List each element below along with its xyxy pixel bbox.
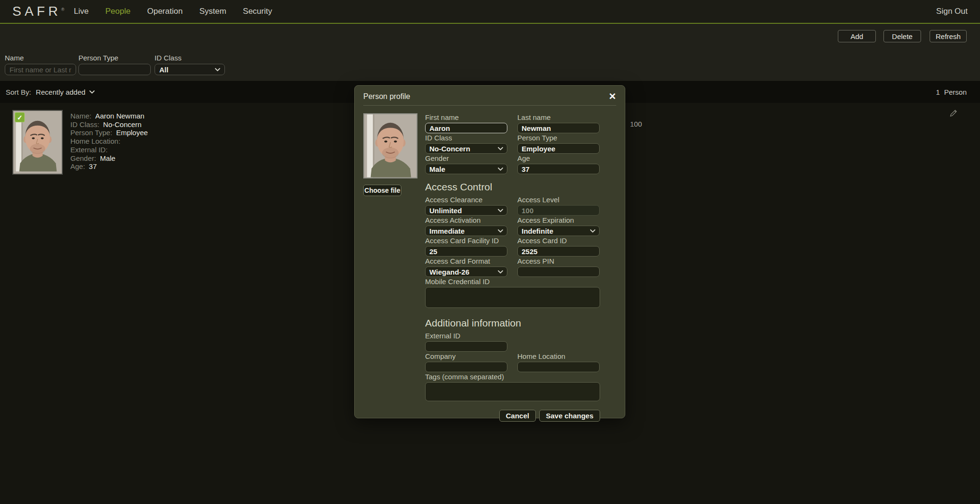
access-level-input — [517, 205, 600, 216]
access-level-partial-value: 100 — [630, 120, 642, 128]
field-label: First name — [425, 113, 507, 121]
gender-select[interactable]: Male — [425, 164, 507, 174]
access-card-id-input[interactable] — [517, 246, 600, 257]
person-photo[interactable]: ✓ — [12, 110, 63, 175]
company-input[interactable] — [425, 362, 507, 372]
chevron-down-icon — [498, 147, 503, 150]
modal-body: Choose file First name Last name ID Cla — [355, 106, 625, 422]
top-nav: SAFR® Live People Operation System Secur… — [0, 0, 980, 24]
field-label: Age — [517, 154, 600, 162]
nav-item-operation[interactable]: Operation — [147, 7, 183, 16]
field-access-card-facility-id: Access Card Facility ID — [425, 237, 507, 257]
refresh-button[interactable]: Refresh — [930, 30, 967, 42]
field-access-activation: Access Activation Immediate — [425, 216, 507, 236]
select-value: Wiegand-26 — [429, 268, 469, 276]
detail-row: Age:37 — [70, 162, 148, 171]
delete-button[interactable]: Delete — [883, 30, 921, 42]
external-id-input[interactable] — [425, 341, 507, 352]
chevron-down-icon — [498, 229, 503, 233]
person-type-input[interactable] — [517, 143, 600, 154]
id-class-filter-value: All — [159, 66, 168, 74]
field-access-pin: Access PIN — [517, 257, 600, 277]
access-card-facility-id-input[interactable] — [425, 246, 507, 257]
detail-label: Gender: — [70, 154, 96, 162]
tags-input[interactable] — [425, 382, 600, 401]
detail-row: Gender:Male — [70, 154, 148, 163]
select-value: Male — [429, 165, 445, 173]
person-profile-modal: Person profile ✕ Choose file First name — [354, 85, 625, 418]
person-type-filter-group: Person Type — [78, 54, 151, 75]
age-input[interactable] — [517, 164, 600, 174]
person-count: 1 Person — [936, 88, 967, 96]
modal-header: Person profile ✕ — [355, 86, 625, 105]
close-icon[interactable]: ✕ — [609, 92, 616, 101]
sign-out-link[interactable]: Sign Out — [936, 7, 968, 16]
nav-item-system[interactable]: System — [199, 7, 226, 16]
detail-value: Male — [100, 154, 116, 162]
first-name-input[interactable] — [425, 123, 507, 133]
field-company: Company — [425, 352, 507, 372]
field-access-card-format: Access Card Format Wiegand-26 — [425, 257, 507, 277]
nav-item-security[interactable]: Security — [243, 7, 272, 16]
access-expiration-select[interactable]: Indefinite — [517, 226, 600, 236]
field-access-expiration: Access Expiration Indefinite — [517, 216, 600, 236]
field-last-name: Last name — [517, 113, 600, 133]
field-label: Home Location — [517, 352, 600, 360]
profile-photo — [363, 113, 417, 178]
detail-value: No-Concern — [103, 120, 142, 128]
cancel-button[interactable]: Cancel — [499, 410, 536, 422]
field-label: Tags (comma separated) — [425, 373, 600, 381]
registered-mark: ® — [61, 7, 65, 12]
field-access-clearance: Access Clearance Unlimited — [425, 196, 507, 216]
access-pin-input[interactable] — [517, 267, 600, 277]
detail-row: Home Location: — [70, 137, 148, 146]
field-label: Mobile Credential ID — [425, 277, 600, 286]
chevron-down-icon — [590, 229, 595, 233]
add-button[interactable]: Add — [838, 30, 876, 42]
person-type-filter-input[interactable] — [78, 64, 151, 75]
id-class-filter-label: ID Class — [155, 54, 225, 62]
field-label: Company — [425, 352, 507, 360]
select-value: Immediate — [429, 227, 465, 235]
choose-file-button[interactable]: Choose file — [363, 185, 401, 196]
field-label: Person Type — [517, 134, 600, 142]
field-mobile-credential-id: Mobile Credential ID — [425, 277, 600, 310]
field-label: Last name — [517, 113, 600, 121]
field-label: Access PIN — [517, 257, 600, 265]
detail-label: ID Class: — [70, 120, 99, 128]
person-count-unit: Person — [944, 88, 967, 96]
field-label: Access Level — [517, 196, 600, 204]
field-home-location: Home Location — [517, 352, 600, 372]
access-activation-select[interactable]: Immediate — [425, 226, 507, 236]
detail-value: 37 — [89, 162, 97, 170]
last-name-input[interactable] — [517, 123, 600, 133]
field-first-name: First name — [425, 113, 507, 133]
name-filter-label: Name — [5, 54, 76, 62]
access-clearance-select[interactable]: Unlimited — [425, 205, 507, 216]
nav-item-live[interactable]: Live — [74, 7, 88, 16]
detail-value: Aaron Newman — [95, 112, 144, 120]
field-external-id: External ID — [425, 332, 507, 352]
modal-fields-column: First name Last name ID Class No-Concern — [425, 113, 600, 422]
detail-row: Person Type:Employee — [70, 128, 148, 137]
detail-label: Name: — [70, 112, 91, 120]
safr-logo: SAFR® — [12, 5, 64, 18]
field-label: Access Card Format — [425, 257, 507, 265]
access-card-format-select[interactable]: Wiegand-26 — [425, 267, 507, 277]
select-value: Indefinite — [522, 227, 553, 235]
spacer — [517, 332, 600, 352]
nav-item-people[interactable]: People — [106, 7, 131, 16]
field-label: Access Card ID — [517, 237, 600, 245]
save-changes-button[interactable]: Save changes — [539, 410, 600, 422]
name-filter-input[interactable] — [5, 64, 76, 75]
sort-by-select[interactable]: Recently added — [36, 88, 94, 96]
mobile-credential-id-input[interactable] — [425, 287, 600, 308]
edit-pencil-icon[interactable] — [949, 108, 959, 118]
id-class-select[interactable]: No-Concern — [425, 143, 507, 154]
home-location-input[interactable] — [517, 362, 600, 372]
selected-check-badge[interactable]: ✓ — [15, 112, 25, 122]
id-class-filter-select[interactable]: All — [155, 64, 225, 75]
select-value: No-Concern — [429, 145, 470, 153]
field-label: ID Class — [425, 134, 507, 142]
chevron-down-icon — [89, 90, 95, 94]
